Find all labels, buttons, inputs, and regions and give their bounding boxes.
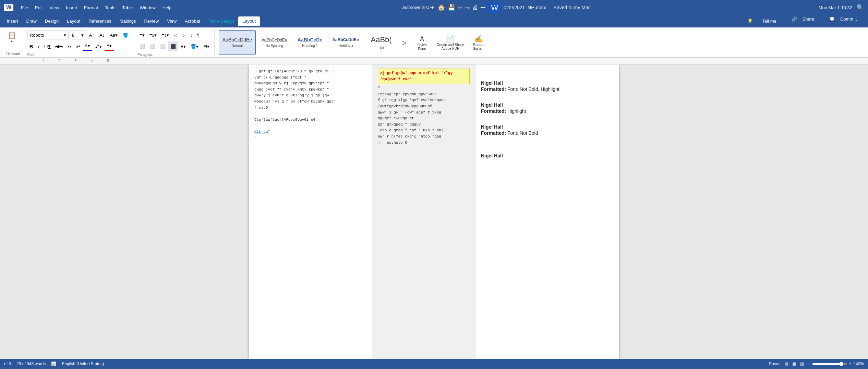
pilcrow-btn[interactable]: ¶ [195, 30, 202, 40]
bold-btn[interactable]: B [27, 41, 35, 51]
align-left-btn[interactable]: ⬜ [137, 41, 147, 51]
paste-btn[interactable]: 📋▾ [5, 30, 18, 50]
style-preset-normal[interactable]: AaBbCcDdEe Normal [219, 30, 256, 55]
share-btn[interactable]: 🔗 Share [787, 14, 822, 28]
autosave-control[interactable]: AutoSave OFF [402, 5, 435, 10]
zoom-slider[interactable] [812, 363, 847, 365]
font-size-selector[interactable]: 8 ▾ [70, 31, 86, 39]
style-preset-nospacing[interactable]: AaBbCcDdEe No Spacing [257, 30, 291, 55]
tab-draw[interactable]: Draw [22, 16, 41, 26]
view-print-icon[interactable]: ▤ [784, 361, 788, 366]
sort-btn[interactable]: ↕ [188, 30, 195, 40]
shading-btn[interactable]: 🪣▾ [189, 41, 201, 51]
view-outline-icon[interactable]: ▧ [800, 361, 804, 366]
subscript-btn[interactable]: x₂ [65, 41, 74, 51]
menu-help[interactable]: Help [160, 4, 174, 12]
font-selector[interactable]: Roboto ▾ [27, 31, 69, 39]
more-btn[interactable]: ••• [481, 5, 486, 10]
menu-format[interactable]: Format [81, 4, 101, 12]
tab-insert[interactable]: Insert [3, 16, 22, 26]
line-spacing-btn[interactable]: ≡▾ [179, 41, 188, 51]
highlight-btn[interactable]: 🖍▾ [93, 41, 104, 51]
menu-window[interactable]: Window [137, 4, 158, 12]
comment-btn[interactable]: 💬 Comm... [825, 14, 865, 28]
menu-view[interactable]: View [47, 4, 62, 12]
request-signature-btn[interactable]: ✍ Requ...Signa... [467, 33, 491, 52]
increase-font-btn[interactable]: A↑ [87, 30, 96, 40]
comment-1: Nigel Hall Formatted: Font: Not Bold, Hi… [481, 80, 614, 92]
title-bar-menu: File Edit View Insert Format Tools Table… [18, 4, 174, 12]
menu-table[interactable]: Table [119, 4, 135, 12]
doc-line-link[interactable]: Xlk gq" [254, 129, 366, 135]
right-doc-line-8: leqo o gteg." cpf " uko r nh{ [378, 128, 470, 134]
strikethrough-btn[interactable]: abc [53, 41, 65, 51]
menu-file[interactable]: File [18, 4, 31, 12]
tab-layout[interactable]: Layout [63, 16, 84, 26]
tab-mailings[interactable]: Mailings [116, 16, 140, 26]
right-doc-line-4: {qwt"gpvktg"dwukpguuOHpf [378, 104, 470, 110]
right-doc-line-9: uwr r n{"ej ckp"ζ "htqo "qpg [378, 134, 470, 140]
change-case-btn[interactable]: Aa▾ [108, 30, 120, 40]
style-h1-preview: AaBbCcDc [298, 37, 322, 43]
home-icon[interactable]: 🏠 [437, 4, 445, 11]
zoom-plus-btn[interactable]: + [849, 361, 851, 366]
tab-review[interactable]: Review [140, 16, 163, 26]
comment-3: Nigel Hall Formatted: Font: Not Bold [481, 124, 614, 136]
style-nospacing-preview: AaBbCcDdEe [261, 37, 287, 43]
svg-line-0 [475, 78, 475, 83]
proofing-icon[interactable]: 📊 [51, 361, 56, 366]
italic-btn[interactable]: I [36, 41, 41, 51]
style-preset-heading1[interactable]: AaBbCcDc Heading 1 [293, 30, 327, 55]
font-color-btn[interactable]: A▾ [83, 41, 92, 51]
menu-insert[interactable]: Insert [63, 4, 80, 12]
status-bar-right: Focus ▤ ▦ ▧ − + 240% [769, 361, 864, 366]
multilevel-btn[interactable]: ≡↕▾ [159, 30, 171, 40]
tab-references[interactable]: References [84, 16, 115, 26]
comment-2-author: Nigel Hall [481, 102, 614, 108]
increase-indent-btn[interactable]: ▷ [180, 30, 188, 40]
style-preset-title[interactable]: AaBb( Title [364, 30, 398, 55]
redo-btn[interactable]: ↪ [465, 4, 470, 11]
styles-pane-btn[interactable]: Ａ StylesPane [410, 33, 434, 52]
search-icon[interactable]: 🔍 [856, 4, 864, 11]
ribbon-section-clipboard: 📋▾ Clipboard [3, 29, 23, 56]
align-center-btn[interactable]: ⬜ [148, 41, 157, 51]
clear-format-btn[interactable]: 🪣 [121, 30, 130, 40]
underline-btn[interactable]: U▾ [42, 41, 53, 51]
word-logo: W [4, 4, 13, 11]
doc-line-12: " [254, 135, 366, 141]
ribbon: 📋▾ Clipboard Roboto ▾ 8 ▾ A↑ A↓ Aa▾ 🪣 B … [0, 27, 868, 58]
text-color-btn[interactable]: A▾ [105, 41, 114, 51]
doc-line-5: qww'y j cvu'r quuklrng'y j gp'{qw' [254, 93, 366, 99]
align-right-btn[interactable]: ⬜ [158, 41, 168, 51]
decrease-font-btn[interactable]: A↓ [97, 30, 107, 40]
tell-me-input[interactable]: 💡 Tell me [739, 14, 785, 28]
create-share-adobe-btn[interactable]: 📄 Create and ShareAdobe PDF [434, 33, 467, 52]
superscript-btn[interactable]: x² [74, 41, 82, 51]
page-area: J gcf gt"Eqr{4Fcvc'ku'r qy gtk pi " vqf … [0, 64, 868, 359]
align-justify-btn[interactable]: ⬛ [168, 41, 178, 51]
doc-line-8: " [254, 111, 366, 117]
style-preset-heading2[interactable]: AaBbCcDdEe Heading 2 [328, 30, 363, 55]
menu-edit[interactable]: Edit [32, 4, 45, 12]
tab-view[interactable]: View [163, 16, 181, 26]
print-icon[interactable]: 🖨 [472, 4, 478, 11]
numbering-btn[interactable]: ≡#▾ [147, 30, 159, 40]
undo-btn[interactable]: ↩ [458, 4, 462, 11]
zoom-minus-btn[interactable]: − [808, 361, 810, 366]
signature-icon: ✍ [474, 35, 483, 43]
styles-more-btn[interactable]: ▷ [400, 38, 409, 47]
tab-design[interactable]: Design [41, 16, 63, 26]
document-page: J gcf gt"Eqr{4Fcvc'ku'r qy gtk pi " vqf … [249, 64, 619, 359]
focus-btn[interactable]: Focus [769, 361, 781, 366]
tab-table-design[interactable]: Table Design [204, 16, 238, 26]
save-icon[interactable]: 💾 [448, 4, 455, 11]
bullets-btn[interactable]: ≡▾ [137, 30, 147, 40]
borders-btn[interactable]: ⊞▾ [201, 41, 212, 51]
tab-layout-active[interactable]: Layout [238, 16, 260, 26]
zoom-handle[interactable] [839, 362, 843, 366]
menu-tools[interactable]: Tools [102, 4, 118, 12]
decrease-indent-btn[interactable]: ◁ [172, 30, 179, 40]
view-web-icon[interactable]: ▦ [792, 361, 796, 366]
tab-acrobat[interactable]: Acrobat [181, 16, 204, 26]
